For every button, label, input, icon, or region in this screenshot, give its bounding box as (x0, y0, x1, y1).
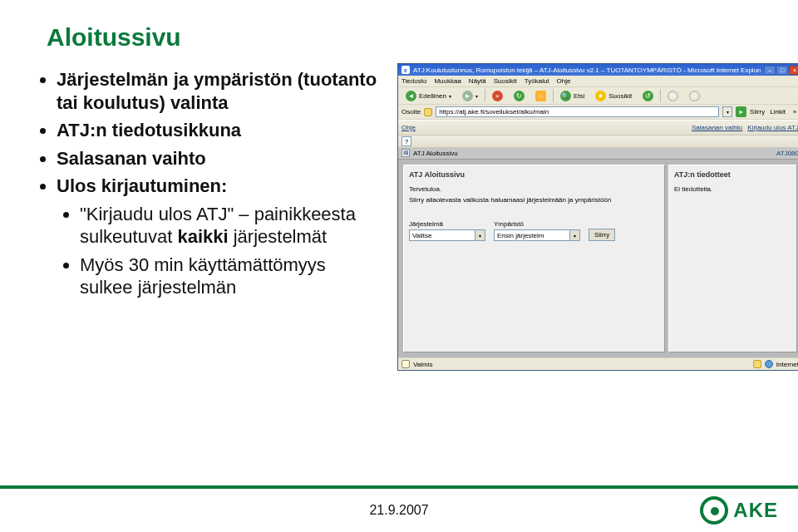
ie-window: e ATJ:Koulutustunnus, Romupoiston tekijä… (397, 63, 798, 371)
select-value: Ensin järjestelm (497, 232, 544, 239)
chevron-down-icon: ▾ (449, 93, 451, 99)
search-button[interactable]: 🔍 Etsi (556, 88, 589, 104)
select-value: Valitse (412, 232, 431, 239)
brand-ring-icon (700, 496, 728, 525)
jarjestelma-select[interactable]: Valitse ▾ (409, 229, 485, 241)
main-panel: ATJ Aloitussivu Tervetuloa. Siirry allao… (403, 165, 665, 352)
menu-item[interactable]: Ohje (557, 77, 571, 85)
welcome-text: Tervetuloa. (409, 185, 659, 193)
toolbar-separator (553, 89, 554, 102)
breadcrumb-icon: ▤ (401, 149, 410, 157)
home-icon: ⌂ (535, 91, 546, 101)
bullet-sub-item: Myös 30 min käyttämättömyys sulkee järje… (80, 254, 382, 299)
no-news-text: Ei tiedotteita. (674, 185, 791, 193)
breadcrumb: ATJ Aloitussivu (413, 150, 458, 157)
address-input[interactable]: https://atj.ake.fi/sovellukset/alku/main (436, 106, 719, 117)
mail-icon: ✉ (667, 91, 678, 101)
embedded-screenshot: e ATJ:Koulutustunnus, Romupoiston tekijä… (397, 63, 798, 371)
address-label: Osoite (401, 108, 421, 116)
go-label: Siirry (750, 108, 765, 116)
home-button[interactable]: ⌂ (531, 88, 550, 104)
page-title: Aloitussivu (47, 23, 765, 52)
links-chevron-icon[interactable]: » (791, 108, 798, 116)
toolbar-separator (485, 89, 485, 102)
brand-logo: AKE (700, 496, 778, 525)
bullet-list: Järjestelmän ja ympäristön (tuotanto tai… (33, 63, 382, 371)
menu-bar: Tiedosto Muokkaa Näytä Suosikit Työkalut… (398, 76, 798, 86)
siirry-label: Siirry (594, 231, 609, 239)
status-icon (401, 360, 410, 368)
zone-text: Internet (776, 361, 798, 368)
search-icon: 🔍 (560, 91, 571, 101)
address-bar: Osoite https://atj.ake.fi/sovellukset/al… (398, 105, 798, 120)
forward-button[interactable]: ► ▾ (458, 88, 482, 104)
lock-icon (753, 360, 761, 368)
search-label: Etsi (574, 92, 584, 100)
browser-toolbar: ◄ Edellinen ▾ ► ▾ × ↻ ⌂ 🔍 Etsi (398, 86, 798, 105)
kirjaudu-ulos-link[interactable]: Kirjaudu ulos ATJ (747, 124, 798, 131)
stop-icon: × (492, 91, 503, 101)
chevron-down-icon: ▾ (569, 230, 579, 240)
siirry-button[interactable]: Siirry (589, 229, 615, 241)
close-button[interactable]: × (789, 66, 798, 75)
address-dropdown[interactable]: ▾ (722, 106, 732, 117)
tiedotteet-panel: ATJ:n tiedotteet Ei tiedotteita. (668, 165, 797, 352)
back-button[interactable]: ◄ Edellinen ▾ (401, 88, 456, 104)
toolbar-separator (660, 89, 661, 102)
jarjestelma-label: Järjestelmä (409, 220, 485, 228)
status-text: Valmis (413, 361, 432, 368)
bullet-sub-item: "Kirjaudu ulos ATJ" – painikkeesta sulke… (80, 203, 382, 249)
menu-item[interactable]: Työkalut (525, 77, 549, 85)
help-icon[interactable]: ? (401, 136, 411, 146)
ohje-link[interactable]: Ohje (401, 124, 416, 131)
go-button[interactable]: ► (736, 106, 746, 117)
app-top-bar: Ohje Salasanan vaihto Kirjaudu ulos ATJ (398, 121, 798, 135)
slide-footer: 21.9.2007 AKE (0, 485, 798, 532)
ymparisto-label: Ympäristö (494, 220, 580, 228)
history-icon: ↺ (643, 91, 653, 101)
maximize-button[interactable]: □ (776, 66, 788, 75)
favorites-label: Suosikit (608, 92, 632, 100)
stop-button[interactable]: × (488, 88, 507, 104)
ymparisto-select[interactable]: Ensin järjestelm ▾ (494, 229, 580, 241)
menu-item[interactable]: Näytä (469, 77, 486, 85)
window-title: ATJ:Koulutustunnus, Romupoiston tekijä –… (413, 66, 761, 74)
refresh-button[interactable]: ↻ (510, 88, 529, 104)
ie-logo-icon: e (401, 66, 410, 74)
history-button[interactable]: ↺ (638, 88, 658, 104)
globe-icon (765, 360, 773, 368)
print-button[interactable]: ⎙ (685, 88, 704, 104)
chevron-down-icon: ▾ (475, 230, 485, 240)
favorites-button[interactable]: ★ Suosikit (591, 88, 636, 104)
salasanan-vaihto-link[interactable]: Salasanan vaihto (692, 124, 742, 131)
links-label[interactable]: Linkit (768, 108, 787, 116)
bullet-item: ATJ:n tiedotusikkuna (57, 119, 382, 142)
menu-item[interactable]: Muokkaa (434, 77, 461, 85)
menu-item[interactable]: Suosikit (494, 77, 517, 85)
refresh-icon: ↻ (514, 91, 525, 101)
menu-item[interactable]: Tiedosto (401, 77, 426, 85)
instruction-text: Siirry allaolevasta valikosta haluamaasi… (409, 196, 659, 204)
mail-button[interactable]: ✉ (663, 88, 682, 104)
bullet-item: Ulos kirjautuminen: "Kirjaudu ulos ATJ" … (57, 175, 382, 299)
star-icon: ★ (595, 91, 606, 101)
status-bar: Valmis Internet (398, 357, 798, 370)
bullet-item: Järjestelmän ja ympäristön (tuotanto tai… (57, 68, 382, 114)
panel-title: ATJ Aloitussivu (409, 170, 659, 179)
back-label: Edellinen (419, 92, 446, 100)
breadcrumb-bar: ▤ ATJ Aloitussivu ATJ080 (398, 147, 798, 160)
panel-title: ATJ:n tiedotteet (674, 170, 791, 179)
brand-text: AKE (733, 499, 778, 522)
forward-icon: ► (462, 91, 473, 101)
footer-date: 21.9.2007 (369, 503, 428, 518)
back-icon: ◄ (406, 91, 416, 101)
window-titlebar: e ATJ:Koulutustunnus, Romupoiston tekijä… (398, 64, 798, 76)
chevron-down-icon: ▾ (475, 93, 478, 99)
bullet-item: Salasanan vaihto (57, 147, 382, 170)
lock-icon (424, 108, 432, 116)
screen-code: ATJ080 (776, 150, 798, 157)
address-value: https://atj.ake.fi/sovellukset/alku/main (439, 108, 549, 116)
print-icon: ⎙ (689, 91, 700, 101)
minimize-button[interactable]: – (764, 66, 776, 75)
